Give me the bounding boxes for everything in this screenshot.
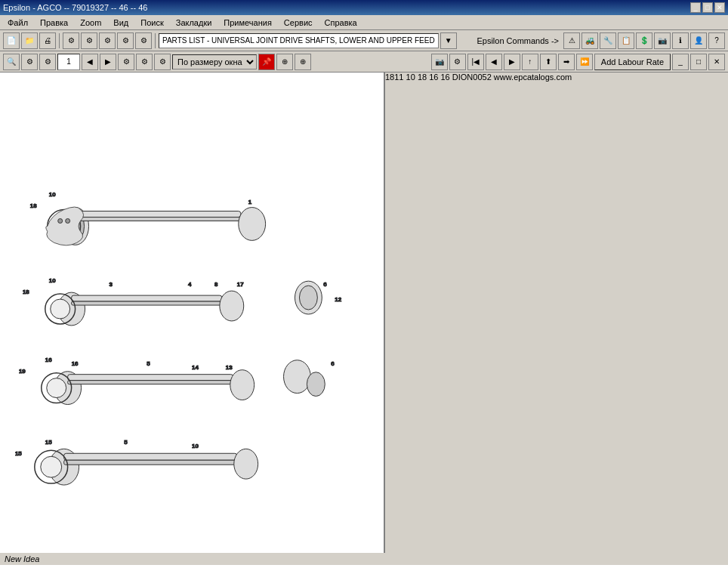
nav-btn-up[interactable]: ↑: [522, 54, 538, 70]
close-button[interactable]: ✕: [714, 2, 725, 13]
open-button[interactable]: 📁: [21, 32, 38, 49]
menu-file[interactable]: Файл: [3, 17, 32, 29]
nav-btn-first[interactable]: |◀: [467, 54, 484, 70]
epsilon-btn-5[interactable]: 💲: [636, 32, 652, 49]
svg-text:18: 18: [23, 289, 29, 295]
parts-panel: New Idea 1500 FORAGE HARVESTER 79019327 …: [0, 553, 728, 568]
svg-point-42: [307, 372, 325, 397]
svg-text:10: 10: [192, 443, 199, 449]
menu-view[interactable]: Вид: [109, 17, 133, 29]
nav-btn-fwd[interactable]: ➡: [558, 54, 575, 70]
epsilon-commands-group: Epsilon Commands -> ⚠ 🚜 🔧 📋 💲 📷 ℹ 👤 ?: [474, 32, 725, 49]
tool2-btn-11[interactable]: ⊕: [276, 54, 293, 70]
parts-list-label: PARTS LIST - UNIVERSAL JOINT DRIVE SHAFT…: [159, 33, 439, 48]
win-close[interactable]: ✕: [708, 54, 725, 70]
svg-point-16: [220, 291, 244, 321]
epsilon-btn-6[interactable]: 📷: [654, 32, 671, 49]
dropdown-arrow[interactable]: ▼: [440, 32, 457, 49]
win-max[interactable]: □: [690, 54, 707, 70]
nav-btn-prev[interactable]: ◀: [486, 54, 502, 70]
epsilon-label: Epsilon Commands ->: [474, 36, 562, 45]
zoom-select[interactable]: По размеру окна: [172, 54, 257, 69]
tool2-btn-2[interactable]: ⚙: [21, 54, 38, 70]
menu-search[interactable]: Поиск: [136, 17, 168, 29]
svg-point-18: [51, 299, 70, 319]
tool2-btn-10[interactable]: 📌: [258, 54, 275, 70]
epsilon-btn-4[interactable]: 📋: [618, 32, 634, 49]
tool2-btn-7[interactable]: ⚙: [118, 54, 134, 70]
svg-text:10: 10: [49, 277, 56, 284]
epsilon-btn-1[interactable]: ⚠: [563, 32, 580, 49]
tool2-btn-5[interactable]: ◀: [82, 54, 98, 70]
svg-point-12: [66, 218, 70, 223]
tool2-btn-12[interactable]: ⊕: [295, 54, 311, 70]
tool-btn-2[interactable]: ⚙: [81, 32, 97, 49]
diagram-code-label: DION0052: [452, 73, 492, 82]
main-content: 18 10 1 18 10 3 4: [0, 73, 728, 553]
tool2-btn-3[interactable]: ⚙: [39, 54, 56, 70]
menu-bar: Файл Правка Zoom Вид Поиск Закладки Прим…: [0, 15, 728, 30]
nav-btn-fwd2[interactable]: ⏩: [576, 54, 593, 70]
nav-btn-1[interactable]: ⚙: [449, 54, 466, 70]
parts-diagram: 18 10 1 18 10 3 4: [0, 73, 384, 553]
tool-btn-4[interactable]: ⚙: [117, 32, 134, 49]
svg-text:15: 15: [45, 439, 52, 446]
svg-rect-4: [76, 217, 241, 221]
camera-btn[interactable]: 📷: [431, 54, 448, 70]
svg-text:16: 16: [72, 360, 79, 367]
menu-service[interactable]: Сервис: [279, 17, 317, 29]
svg-text:18: 18: [30, 202, 37, 209]
toolbar2-left-group: 🔍 ⚙ ⚙ 1 ◀ ▶ ⚙ ⚙ ⚙ По размеру окна 📌 ⊕ ⊕: [3, 54, 311, 70]
svg-point-49: [41, 456, 62, 477]
toolbar-main: 📄 📁 🖨 ⚙ ⚙ ⚙ ⚙ ⚙ PARTS LIST - UNIVERSAL J…: [0, 30, 728, 51]
svg-text:14: 14: [192, 364, 199, 371]
tool-btn-5[interactable]: ⚙: [135, 32, 152, 49]
svg-text:3: 3: [109, 281, 113, 288]
svg-text:6: 6: [331, 360, 335, 367]
menu-help[interactable]: Справка: [320, 17, 362, 29]
search-icon-btn[interactable]: 🔍: [3, 54, 20, 70]
nav-btn-home[interactable]: ⬆: [540, 54, 557, 70]
epsilon-btn-2[interactable]: 🚜: [581, 32, 598, 49]
tool2-btn-8[interactable]: ⚙: [136, 54, 153, 70]
win-min[interactable]: _: [672, 54, 689, 70]
tool2-btn-9[interactable]: ⚙: [154, 54, 171, 70]
epsilon-btn-7[interactable]: ℹ: [672, 32, 689, 49]
svg-rect-30: [68, 375, 233, 381]
svg-rect-45: [64, 453, 237, 460]
harvester-header: 1500 FORAGE HARVESTER 79019327 PARTS LIS…: [0, 565, 728, 568]
nav-btn-next[interactable]: ▶: [504, 54, 520, 70]
menu-bookmarks[interactable]: Закладки: [171, 17, 217, 29]
diagram-panel: 18 10 1 18 10 3 4: [0, 73, 385, 553]
new-idea-bar: New Idea: [0, 553, 728, 565]
svg-text:6: 6: [323, 281, 327, 288]
tool2-btn-6[interactable]: ▶: [100, 54, 116, 70]
tool-btn-1[interactable]: ⚙: [63, 32, 79, 49]
svg-rect-31: [68, 381, 233, 384]
window-controls: _ □ ✕: [690, 2, 725, 13]
svg-point-32: [230, 370, 254, 400]
svg-rect-3: [76, 211, 241, 218]
menu-edit[interactable]: Правка: [35, 17, 72, 29]
menu-zoom[interactable]: Zoom: [76, 17, 106, 29]
svg-text:17: 17: [237, 281, 244, 288]
window-title: Epsilon - AGCO -- 79019327 -- 46 -- 46: [3, 3, 147, 12]
page-num-input[interactable]: 1: [57, 54, 80, 70]
tool-btn-3[interactable]: ⚙: [99, 32, 116, 49]
epsilon-btn-8[interactable]: 👤: [690, 32, 707, 49]
svg-text:1: 1: [248, 199, 252, 205]
new-idea-label: New Idea: [5, 554, 39, 563]
menu-notes[interactable]: Примечания: [219, 17, 276, 29]
maximize-button[interactable]: □: [702, 2, 713, 13]
new-button[interactable]: 📄: [3, 32, 20, 49]
print-button[interactable]: 🖨: [39, 32, 56, 49]
epsilon-btn-9[interactable]: ?: [708, 32, 725, 49]
svg-text:13: 13: [226, 364, 233, 371]
svg-text:19: 19: [19, 368, 26, 375]
minimize-button[interactable]: _: [690, 2, 701, 13]
svg-text:12: 12: [335, 296, 341, 303]
epsilon-btn-3[interactable]: 🔧: [600, 32, 616, 49]
add-labour-button[interactable]: Add Labour Rate: [594, 54, 671, 70]
svg-text:15: 15: [15, 450, 22, 457]
svg-point-34: [47, 378, 66, 398]
